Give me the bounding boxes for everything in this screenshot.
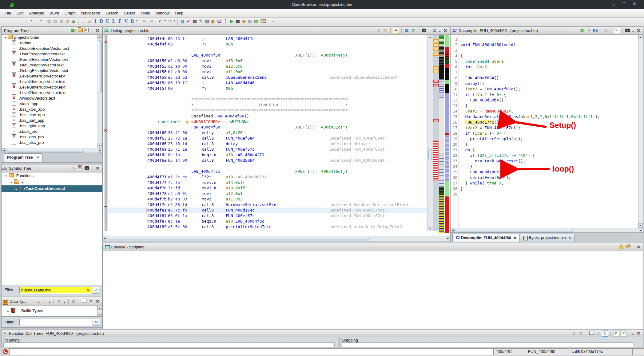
tree-item-fragment[interactable]: .bss_xtos_app: [2, 107, 97, 112]
tab-close-icon[interactable]: ✕: [514, 236, 516, 240]
tab-bytes[interactable]: 1001 Bytes: project.ino.bin✕: [520, 234, 575, 242]
decompiler-line[interactable]: 2void FUN_400d4f60(void): [451, 42, 638, 48]
toolbar-letter-D-icon[interactable]: D: [99, 18, 104, 24]
expand-icon[interactable]: ▼: [5, 173, 9, 180]
decompiler-line[interactable]: 9 delay();: [451, 81, 638, 86]
menu-item-window[interactable]: Window: [153, 9, 172, 15]
toolbar-script-manager-icon[interactable]: ✎: [198, 18, 204, 24]
bookmark-marker[interactable]: [433, 119, 439, 122]
listing-row[interactable]: 400d4f78c2 a0 01movia12,0x1: [108, 191, 427, 196]
export-incoming-icon[interactable]: ↱: [613, 330, 619, 337]
listing-row[interactable]: 400d4f6625 f0 fdcall8delayundefined dela…: [108, 141, 427, 147]
scroll-right-icon[interactable]: ▶: [446, 236, 450, 240]
copy-icon[interactable]: ⧉: [376, 28, 381, 33]
decompiler-line[interactable]: 11 if (iVar2 != 0) {: [451, 92, 638, 97]
tab-close-icon[interactable]: ✕: [568, 236, 571, 239]
symbol-tree-item-functions[interactable]: ▼fFunctions: [2, 172, 102, 179]
dt-layout-caret-icon[interactable]: ▾: [63, 299, 66, 305]
listing-row[interactable]: ****************************************…: [108, 108, 427, 113]
dt-forward-caret-icon[interactable]: ▾: [48, 299, 51, 305]
listing-row[interactable]: 400d4f81a5 7c fccall8FUN_400d174cundefin…: [108, 208, 427, 213]
dt-back-icon[interactable]: ←: [31, 299, 36, 304]
diff-icon[interactable]: ▥: [411, 28, 416, 33]
menu-item-edit[interactable]: Edit: [14, 9, 26, 15]
toolbar-save-icon[interactable]: ⊞: [71, 18, 76, 24]
menu-item-select[interactable]: Select: [121, 9, 138, 15]
decompiler-line[interactable]: 13 }: [451, 103, 638, 109]
menu-item-tools[interactable]: Tools: [138, 9, 153, 15]
toolbar-bytes-view-icon[interactable]: ▦: [192, 18, 197, 24]
toolbar-go-down-icon[interactable]: ↓: [80, 18, 86, 24]
dt-windows-icon[interactable]: [81, 299, 87, 304]
dt-back-caret-icon[interactable]: ▾: [38, 299, 40, 305]
edit-symbol-icon[interactable]: ✎: [71, 165, 77, 171]
tree-item-fragment[interactable]: .bss_gpio_app: [2, 123, 97, 129]
tree-item-fragment[interactable]: .bss_xtos_pro: [2, 134, 97, 140]
decompiler-line[interactable]: 5 undefined4 uVar1;: [451, 59, 638, 64]
listing-hscrollbar[interactable]: ◀ ▶: [103, 236, 450, 241]
tree-item-fragment[interactable]: .NMIExceptionVector.text: [2, 62, 97, 68]
toolbar-undo-icon[interactable]: ↶: [158, 18, 163, 24]
toolbar-copy-special-icon[interactable]: ⧉: [46, 18, 52, 24]
tab-program-tree[interactable]: Program Tree ✕: [4, 153, 43, 162]
toolbar-letter-V-icon[interactable]: V: [123, 18, 129, 24]
close-panel-icon[interactable]: ✕: [95, 165, 100, 171]
listing-row[interactable]: 400d4f56b2 a0 00movia11,0x0: [108, 69, 427, 75]
decompiler-line[interactable]: 10 iVar2 = FUN_400ef67c();: [451, 86, 638, 92]
listing-row[interactable]: undefined<UNASSIGNED><RETURN>: [108, 119, 427, 125]
paste-icon[interactable]: ⎗: [382, 28, 388, 33]
decompiler-line[interactable]: 27 } while( true );: [451, 180, 638, 186]
rename-icon[interactable]: Ro: [593, 28, 598, 33]
program-trees-hscrollbar[interactable]: ◀ ▶: [2, 148, 102, 153]
bookmark-marker[interactable]: [433, 70, 439, 73]
snapshot-icon[interactable]: [84, 165, 90, 171]
toolbar-copy-icon[interactable]: ⧉: [58, 18, 64, 24]
import-symbols-icon[interactable]: ➤: [78, 165, 83, 171]
listing-row[interactable]: 400d4f4c86 f3 ffjLAB_400d4f1e: [108, 36, 427, 42]
selection-markers[interactable]: [433, 140, 439, 181]
clear-filter-icon[interactable]: ✕: [87, 287, 90, 293]
toolbar-diamond-icon[interactable]: ◆: [241, 18, 247, 24]
toolbar-letter-F-icon[interactable]: F: [117, 18, 123, 24]
copy-icon[interactable]: ⧉: [603, 28, 609, 33]
panel-caret-icon[interactable]: ▾: [439, 29, 441, 34]
menu-item-help[interactable]: Help: [172, 9, 186, 15]
dt-forward-icon[interactable]: →: [42, 299, 47, 304]
menu-item-search[interactable]: Search: [103, 9, 121, 15]
graph-icon[interactable]: ⁝•: [586, 28, 591, 33]
listing-row[interactable]: 400d4f878c 1abeqz.na10,LAB_400d4f8c: [108, 219, 427, 224]
close-panel-icon[interactable]: ✕: [443, 28, 448, 33]
gear-icon[interactable]: ⚙: [71, 299, 77, 304]
toolbar-paste-special-icon[interactable]: ⧉: [65, 18, 70, 24]
decompiler-line[interactable]: 28}: [451, 186, 638, 192]
listing-row[interactable]: 400d4f747c femovi.na14,0xff: [108, 180, 427, 185]
decompiler-vscrollbar[interactable]: ▲ ▼: [638, 35, 643, 228]
toolbar-table-add-icon[interactable]: ▧: [253, 18, 259, 24]
tree-item-fragment[interactable]: .DoubleExceptionVector.text: [2, 46, 97, 51]
expand-icon[interactable]: ►: [6, 308, 10, 314]
tree-item-builtintypes[interactable]: ► BuiltInTypes: [6, 308, 107, 314]
xref-value[interactable]: 400d4f6c(j): [321, 169, 348, 174]
decompiler-line[interactable]: 20 }: [451, 142, 638, 147]
toolbar-table-icon[interactable]: ▥: [247, 18, 253, 24]
listing-row[interactable]: 400d4f5f00??00h: [108, 86, 427, 91]
clear-console-icon[interactable]: [625, 244, 631, 250]
maximize-button[interactable]: ⌃: [619, 1, 629, 7]
decompiler-line[interactable]: 15 HardwareSerial.setPins(uVar1,3,1,0xff…: [451, 114, 638, 120]
close-button[interactable]: ✕: [629, 1, 640, 7]
panel-caret-icon[interactable]: ▾: [632, 29, 634, 34]
decompiler-line[interactable]: 21 do {: [451, 147, 638, 153]
toolbar-nav-forward-icon[interactable]: →: [34, 18, 39, 24]
listing-row[interactable]: [108, 47, 427, 53]
data-types-filter-input[interactable]: [19, 319, 93, 326]
tree-item-fragment[interactable]: .stack_pro: [2, 129, 97, 134]
toolbar-next-selection-icon[interactable]: ⇥: [148, 18, 154, 24]
listing-row[interactable]: 400d4f8465 6f 1acall8FUN_400ef67cundefin…: [108, 213, 427, 219]
bookmark-marker[interactable]: [433, 39, 439, 42]
listing-row[interactable]: [108, 91, 427, 97]
toolbar-nav-back-caret-icon[interactable]: ▾: [30, 18, 33, 22]
tree-item-fragment[interactable]: .WindowVectors.text: [2, 96, 97, 101]
bookmark-marker[interactable]: [433, 53, 439, 56]
symbol-tree-item-xtaskcreateuniversal[interactable]: ►fxTaskCreateUniversal: [2, 185, 102, 192]
listing-row[interactable]: 400d4f6036 41 00entrya1,0x20: [108, 130, 427, 136]
